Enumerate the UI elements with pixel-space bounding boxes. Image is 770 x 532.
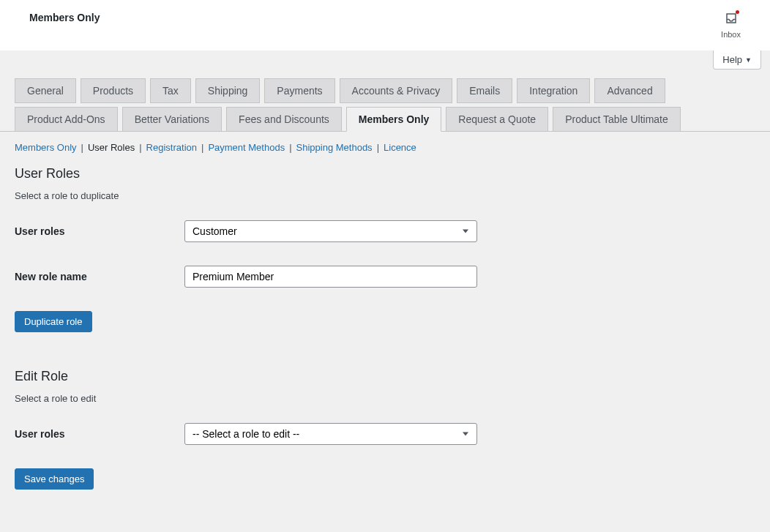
- new-role-name-label: New role name: [15, 271, 184, 282]
- tab-product-table-ultimate[interactable]: Product Table Ultimate: [553, 107, 681, 132]
- tab-integration[interactable]: Integration: [517, 78, 590, 103]
- user-roles-heading: User Roles: [15, 166, 755, 181]
- tab-request-a-quote[interactable]: Request a Quote: [446, 107, 548, 132]
- tab-shipping[interactable]: Shipping: [195, 78, 261, 103]
- tab-members-only[interactable]: Members Only: [346, 107, 441, 132]
- user-roles-edit-label: User roles: [15, 428, 184, 440]
- tab-payments[interactable]: Payments: [264, 78, 334, 103]
- tab-emails[interactable]: Emails: [457, 78, 512, 103]
- edit-role-heading: Edit Role: [15, 369, 755, 384]
- save-changes-button[interactable]: Save changes: [15, 468, 94, 490]
- subnav-link-members-only[interactable]: Members Only: [15, 142, 77, 153]
- new-role-name-input[interactable]: [184, 266, 477, 288]
- user-roles-label: User roles: [15, 225, 184, 237]
- help-button[interactable]: Help ▼: [713, 50, 761, 70]
- subnav-link-licence[interactable]: Licence: [384, 142, 416, 153]
- subnav-link-payment-methods[interactable]: Payment Methods: [208, 142, 285, 153]
- subnav-link-shipping-methods[interactable]: Shipping Methods: [296, 142, 373, 153]
- page-title: Members Only: [29, 12, 100, 23]
- tab-advanced[interactable]: Advanced: [594, 78, 665, 103]
- tab-products[interactable]: Products: [81, 78, 146, 103]
- tab-fees-and-discounts[interactable]: Fees and Discounts: [226, 107, 342, 132]
- tab-product-add-ons[interactable]: Product Add-Ons: [15, 107, 118, 132]
- help-label: Help: [722, 54, 742, 65]
- inbox-icon[interactable]: [725, 12, 738, 27]
- inbox-notification-dot: [736, 10, 739, 14]
- tab-general[interactable]: General: [15, 78, 76, 103]
- inbox-label: Inbox: [721, 30, 741, 39]
- tab-better-variations[interactable]: Better Variations: [122, 107, 222, 132]
- edit-subtext: Select a role to edit: [15, 393, 755, 404]
- subnav-link-registration[interactable]: Registration: [146, 142, 197, 153]
- subnav-current: User Roles: [88, 142, 135, 153]
- tab-accounts-privacy[interactable]: Accounts & Privacy: [340, 78, 453, 103]
- duplicate-subtext: Select a role to duplicate: [15, 190, 755, 201]
- chevron-down-icon: ▼: [745, 56, 752, 64]
- tabs-nav: GeneralProductsTaxShippingPaymentsAccoun…: [0, 70, 770, 132]
- user-roles-select-edit[interactable]: -- Select a role to edit --: [184, 423, 477, 445]
- duplicate-role-button[interactable]: Duplicate role: [15, 311, 92, 332]
- sub-navigation: Members Only | User Roles | Registration…: [0, 132, 770, 163]
- user-roles-select-duplicate[interactable]: Customer: [184, 220, 477, 242]
- tab-tax[interactable]: Tax: [150, 78, 191, 103]
